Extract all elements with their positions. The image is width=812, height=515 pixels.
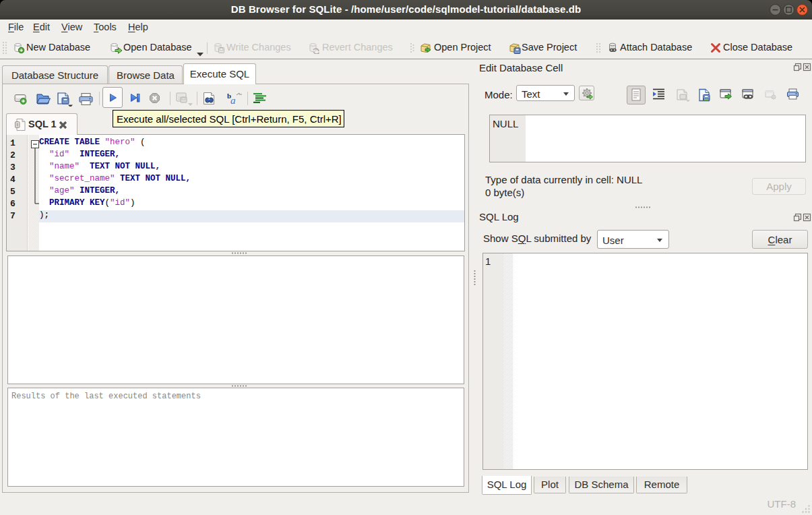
svg-text:a: a [230,95,236,106]
